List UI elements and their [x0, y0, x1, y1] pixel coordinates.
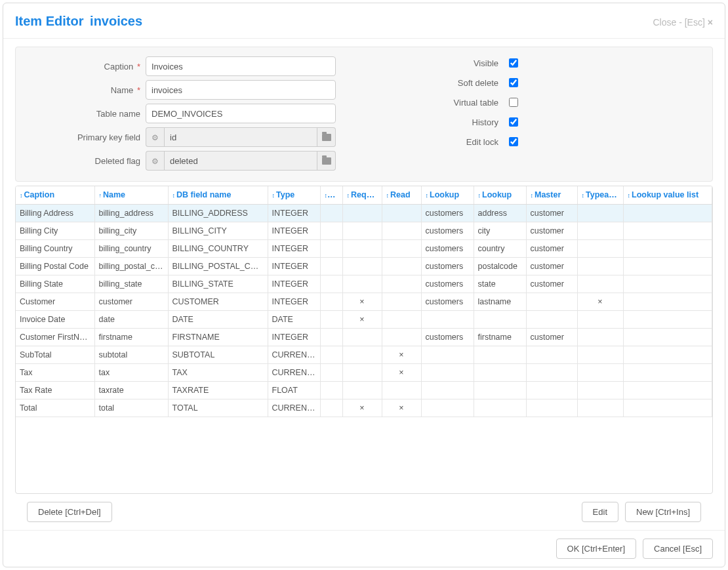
- cell-db: SUBTOTAL: [168, 346, 268, 363]
- cell-required: [342, 381, 382, 399]
- cell-caption: SubTotal: [16, 346, 94, 363]
- cell-read: [382, 293, 421, 310]
- primary-key-label: Primary key field: [28, 132, 146, 142]
- cell-master: customer: [526, 239, 577, 257]
- cell-size: [320, 363, 342, 381]
- col-db-field[interactable]: ↕DB field name: [168, 186, 268, 204]
- cell-name: total: [94, 399, 168, 417]
- cell-required: [342, 257, 382, 275]
- cell-read: [382, 310, 421, 328]
- cell-master: [526, 310, 577, 328]
- col-type[interactable]: ↕Type: [268, 186, 320, 204]
- name-input[interactable]: [146, 80, 336, 100]
- cell-caption: Billing City: [16, 222, 94, 239]
- soft-delete-checkbox[interactable]: [509, 78, 518, 87]
- dialog-subtitle: invoices: [90, 14, 142, 28]
- cell-read: [382, 222, 421, 239]
- virtual-table-checkbox[interactable]: [509, 98, 518, 107]
- close-button[interactable]: Close - [Esc]×: [653, 17, 713, 28]
- table-row[interactable]: Invoice DatedateDATEDATE×: [16, 310, 712, 328]
- cell-l2: address: [474, 204, 526, 222]
- cell-l2: [474, 346, 526, 363]
- col-size[interactable]: ↕Size: [320, 186, 342, 204]
- table-row[interactable]: Tax RatetaxrateTAXRATEFLOAT: [16, 381, 712, 399]
- gear-icon[interactable]: [146, 127, 164, 147]
- cell-name: billing_postal_code: [94, 257, 168, 275]
- deleted-flag-label: Deleted flag: [28, 156, 146, 166]
- table-row[interactable]: Billing Addressbilling_addressBILLING_AD…: [16, 204, 712, 222]
- table-name-input[interactable]: [146, 104, 336, 123]
- cell-size: [320, 257, 342, 275]
- table-row[interactable]: Billing Statebilling_stateBILLING_STATEI…: [16, 275, 712, 293]
- cell-lvl: [623, 239, 712, 257]
- cell-master: [526, 363, 577, 381]
- col-lookup1[interactable]: ↕Lookup: [421, 186, 474, 204]
- footer-row-1: Delete [Ctrl+Del] Edit New [Ctrl+Ins]: [15, 494, 713, 530]
- cell-master: [526, 293, 577, 310]
- cell-lvl: [623, 328, 712, 346]
- caption-input[interactable]: [146, 56, 336, 76]
- table-row[interactable]: TaxtaxTAXCURRENCY×: [16, 363, 712, 381]
- cell-l2: lastname: [474, 293, 526, 310]
- history-checkbox[interactable]: [509, 117, 518, 127]
- footer-row-2: OK [Ctrl+Enter] Cancel [Esc]: [3, 530, 725, 567]
- col-name[interactable]: ↑Name: [94, 186, 168, 204]
- cell-master: customer: [526, 204, 577, 222]
- primary-key-input[interactable]: [164, 127, 317, 147]
- table-row[interactable]: Customer FirstNamefirstnameFIRSTNAMEINTE…: [16, 328, 712, 346]
- cell-l2: [474, 381, 526, 399]
- col-caption[interactable]: ↕Caption: [16, 186, 94, 204]
- edit-lock-checkbox[interactable]: [509, 137, 518, 146]
- table-row[interactable]: Billing Countrybilling_countryBILLING_CO…: [16, 239, 712, 257]
- cell-name: date: [94, 310, 168, 328]
- item-editor-dialog: Item Editor invoices Close - [Esc]× Capt…: [3, 3, 725, 567]
- visible-checkbox[interactable]: [509, 58, 518, 68]
- gear-icon[interactable]: [146, 151, 164, 171]
- delete-button[interactable]: Delete [Ctrl+Del]: [27, 502, 112, 522]
- col-typeahead[interactable]: ↕Typeahead: [577, 186, 623, 204]
- folder-icon[interactable]: [317, 151, 336, 171]
- col-lookup-value-list[interactable]: ↕Lookup value list: [623, 186, 712, 204]
- table-row[interactable]: TotaltotalTOTALCURRENCY××: [16, 399, 712, 417]
- cell-l2: [474, 399, 526, 417]
- cell-lvl: [623, 310, 712, 328]
- cell-l1: customers: [421, 222, 474, 239]
- cell-ta: [577, 328, 623, 346]
- col-read[interactable]: ↕Read: [382, 186, 421, 204]
- cell-master: [526, 346, 577, 363]
- cell-db: BILLING_ADDRESS: [168, 204, 268, 222]
- edit-button[interactable]: Edit: [582, 502, 618, 522]
- cell-db: TAXRATE: [168, 381, 268, 399]
- cell-type: INTEGER: [268, 239, 320, 257]
- col-master[interactable]: ↕Master: [526, 186, 577, 204]
- table-row[interactable]: SubTotalsubtotalSUBTOTALCURRENCY×: [16, 346, 712, 363]
- cell-name: billing_city: [94, 222, 168, 239]
- cell-type: INTEGER: [268, 257, 320, 275]
- cell-required: ×: [342, 310, 382, 328]
- cell-read: ×: [382, 363, 421, 381]
- cell-lvl: [623, 381, 712, 399]
- folder-icon[interactable]: [317, 127, 336, 147]
- cell-l1: customers: [421, 293, 474, 310]
- table-row[interactable]: Billing Postal Codebilling_postal_codeBI…: [16, 257, 712, 275]
- deleted-flag-input[interactable]: [164, 151, 317, 171]
- ok-button[interactable]: OK [Ctrl+Enter]: [556, 539, 637, 559]
- table-row[interactable]: CustomercustomerCUSTOMERINTEGER×customer…: [16, 293, 712, 310]
- virtual-table-label: Virtual table: [355, 98, 506, 108]
- cell-db: DATE: [168, 310, 268, 328]
- cell-l1: customers: [421, 204, 474, 222]
- col-lookup2[interactable]: ↕Lookup: [474, 186, 526, 204]
- cell-required: ×: [342, 399, 382, 417]
- cell-db: BILLING_CITY: [168, 222, 268, 239]
- col-required[interactable]: ↕Required: [342, 186, 382, 204]
- fields-table[interactable]: ↕Caption ↑Name ↕DB field name ↕Type ↕Siz…: [16, 186, 712, 417]
- cell-caption: Billing Postal Code: [16, 257, 94, 275]
- cell-read: [382, 275, 421, 293]
- cell-caption: Tax Rate: [16, 381, 94, 399]
- cancel-button[interactable]: Cancel [Esc]: [643, 539, 713, 559]
- table-row[interactable]: Billing Citybilling_cityBILLING_CITYINTE…: [16, 222, 712, 239]
- cell-size: [320, 310, 342, 328]
- cell-db: BILLING_COUNTRY: [168, 239, 268, 257]
- new-button[interactable]: New [Ctrl+Ins]: [625, 502, 701, 522]
- cell-size: [320, 222, 342, 239]
